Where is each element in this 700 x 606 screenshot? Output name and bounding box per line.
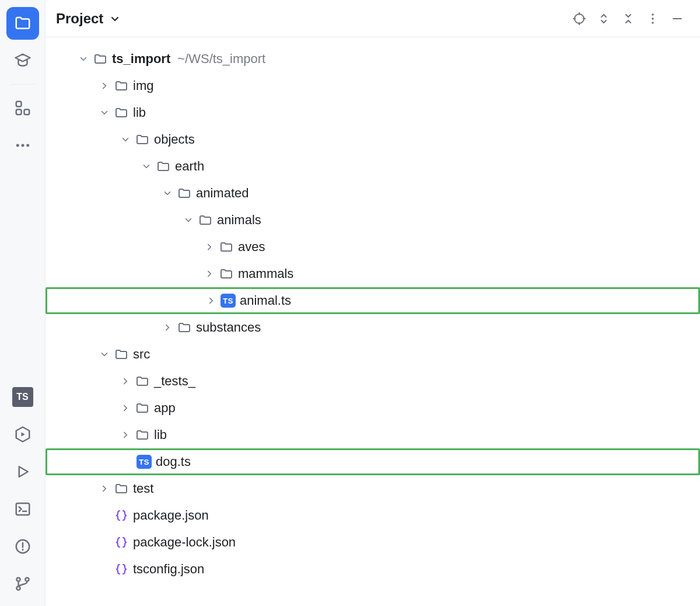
tree-node-lib[interactable]: lib (46, 99, 700, 126)
tree-node-mammals[interactable]: mammals (46, 260, 700, 287)
svg-point-4 (21, 144, 24, 147)
chevron-right-icon[interactable] (117, 376, 134, 386)
folder-icon (176, 186, 192, 200)
tree-node-objects[interactable]: objects (46, 126, 700, 153)
tree-node-substances[interactable]: substances (46, 314, 700, 341)
target-icon (572, 12, 586, 26)
folder-icon (218, 240, 235, 254)
svg-rect-1 (16, 110, 21, 115)
minimize-icon (670, 12, 684, 26)
json-file-icon (113, 562, 130, 576)
tree-node-srclib[interactable]: lib (46, 422, 700, 448)
tree-node-_tests_[interactable]: _tests_ (46, 368, 700, 395)
tree-node-earth[interactable]: earth (46, 153, 700, 180)
folder-icon (218, 267, 235, 281)
kebab-icon (646, 12, 660, 26)
folder-icon (113, 482, 130, 496)
tree-node-label: aves (238, 239, 265, 255)
tree-node-path: ~/WS/ts_import (177, 51, 265, 67)
chevron-right-icon[interactable] (201, 242, 218, 252)
panel-title-dropdown[interactable]: Project (56, 11, 122, 27)
chevron-right-icon[interactable] (96, 483, 113, 494)
warning-circle-icon (14, 538, 32, 555)
tree-node-package.json[interactable]: package.json (46, 502, 700, 529)
chevron-right-icon[interactable] (201, 269, 218, 279)
folder-icon (176, 321, 192, 335)
tree-node-label: app (154, 400, 176, 416)
expand-all-button[interactable] (592, 6, 616, 31)
tree-node-dog.ts[interactable]: TSdog.ts (46, 448, 700, 475)
learn-tool-button[interactable] (6, 44, 39, 77)
tree-node-label: ts_import (112, 51, 170, 67)
folder-icon (155, 159, 172, 173)
folder-icon (197, 213, 214, 227)
typescript-tool-button[interactable]: TS (6, 381, 39, 413)
tree-node-tsconfig.json[interactable]: tsconfig.json (46, 556, 700, 583)
tree-node-root[interactable]: ts_import~/WS/ts_import (46, 46, 700, 72)
terminal-icon (14, 500, 32, 518)
chevron-up-down-icon (597, 12, 611, 26)
collapse-all-button[interactable] (616, 6, 640, 31)
svg-rect-0 (16, 102, 21, 107)
project-tool-button[interactable] (6, 7, 39, 40)
panel-options-button[interactable] (640, 6, 665, 31)
chevron-right-icon[interactable] (159, 322, 176, 333)
chevron-down-icon[interactable] (96, 107, 113, 118)
project-tree[interactable]: ts_import~/WS/ts_import img lib objects … (46, 37, 700, 606)
hide-panel-button[interactable] (665, 6, 690, 31)
chevron-right-icon[interactable] (117, 403, 134, 413)
panel-header: Project (46, 0, 700, 37)
chevron-down-icon[interactable] (96, 349, 113, 360)
chevron-right-icon[interactable] (202, 295, 220, 306)
svg-point-11 (575, 14, 584, 23)
tree-node-test[interactable]: test (46, 475, 700, 502)
tree-node-aves[interactable]: aves (46, 234, 700, 260)
more-tool-button[interactable] (6, 129, 39, 162)
tree-node-package-lock.json[interactable]: package-lock.json (46, 529, 700, 556)
tree-node-label: animals (217, 213, 261, 228)
tree-node-animated[interactable]: animated (46, 180, 700, 207)
tree-node-label: tsconfig.json (133, 562, 204, 577)
structure-tool-button[interactable] (6, 92, 39, 124)
svg-point-10 (25, 577, 29, 581)
play-icon (14, 463, 32, 480)
structure-icon (14, 99, 32, 117)
tree-node-label: dog.ts (156, 454, 191, 469)
tree-node-label: objects (154, 132, 195, 147)
chevron-down-icon[interactable] (75, 54, 92, 64)
tree-node-label: test (133, 481, 153, 496)
services-tool-button[interactable] (6, 418, 39, 451)
tree-node-animal.ts[interactable]: TSanimal.ts (46, 287, 700, 314)
chevron-down-icon[interactable] (159, 188, 176, 198)
tree-node-label: src (133, 347, 150, 362)
ts-icon: TS (12, 387, 33, 407)
tree-node-label: lib (133, 105, 146, 120)
tree-node-label: package-lock.json (133, 535, 236, 550)
problems-tool-button[interactable] (6, 530, 39, 563)
tree-node-app[interactable]: app (46, 395, 700, 422)
tree-node-label: img (133, 78, 153, 93)
typescript-file-icon: TS (220, 294, 236, 308)
tree-node-src[interactable]: src (46, 341, 700, 368)
tree-node-label: animated (196, 186, 249, 201)
folder-icon (14, 15, 32, 32)
chevron-down-icon[interactable] (117, 134, 134, 145)
tree-node-animals[interactable]: animals (46, 207, 700, 234)
folder-icon (134, 133, 150, 147)
graduation-icon (14, 52, 32, 69)
chevron-right-icon[interactable] (96, 81, 113, 91)
chevron-down-icon[interactable] (138, 161, 155, 172)
project-panel: Project ts_import~/WS/ts_import img (46, 0, 700, 606)
chevron-right-icon[interactable] (117, 430, 134, 440)
tree-node-img[interactable]: img (46, 72, 700, 99)
vcs-tool-button[interactable] (6, 567, 39, 600)
svg-point-5 (26, 144, 29, 147)
select-opened-file-button[interactable] (567, 6, 592, 31)
folder-icon (92, 52, 108, 66)
tree-node-label: earth (175, 159, 204, 174)
chevron-down-icon[interactable] (180, 215, 197, 225)
run-tool-button[interactable] (6, 455, 39, 488)
folder-icon (134, 374, 150, 388)
terminal-tool-button[interactable] (6, 493, 39, 525)
svg-point-3 (16, 144, 19, 147)
